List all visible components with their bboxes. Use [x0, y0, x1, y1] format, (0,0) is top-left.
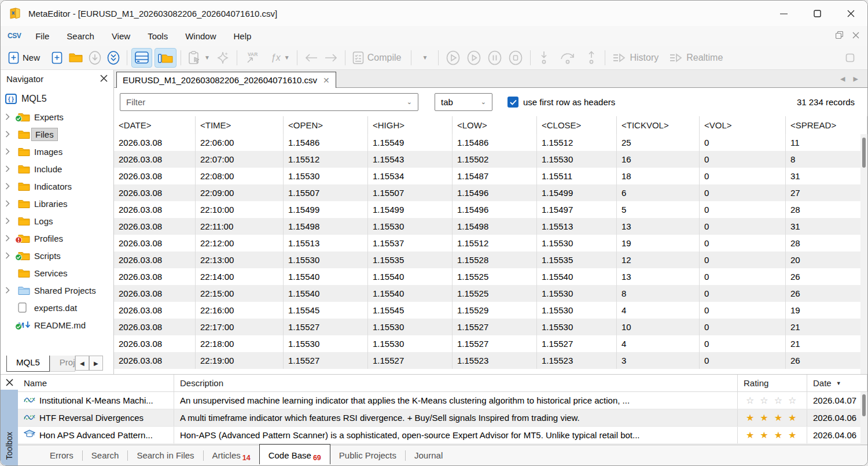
- menu-item-tools[interactable]: Tools: [139, 29, 176, 43]
- codebase-header-date[interactable]: Date▼: [807, 375, 867, 391]
- table-row[interactable]: 2026.03.0822:10:001.154991.154991.154961…: [114, 201, 867, 218]
- save-all-button[interactable]: [104, 48, 123, 68]
- table-row[interactable]: 2026.03.0822:16:001.155451.155451.155291…: [114, 302, 867, 319]
- menu-item-search[interactable]: Search: [58, 29, 103, 43]
- tree-item-libraries[interactable]: Libraries: [1, 195, 113, 212]
- styler-button[interactable]: ▼: [185, 48, 213, 68]
- step-into-button[interactable]: [535, 48, 553, 68]
- minimize-button[interactable]: [767, 1, 800, 26]
- codebase-row[interactable]: Hon APS Advanced Pattern...Hon-APS (Adva…: [18, 427, 867, 444]
- menu-item-help[interactable]: Help: [225, 29, 260, 43]
- chevron-right-icon[interactable]: [5, 287, 14, 294]
- navigate-back-button[interactable]: [301, 48, 321, 68]
- chevron-right-icon[interactable]: [5, 165, 14, 172]
- table-header-cell[interactable]: <HIGH>: [368, 116, 453, 134]
- tree-item-logs[interactable]: Logs: [1, 212, 113, 230]
- toolbox-tab-errors[interactable]: Errors: [41, 446, 82, 464]
- table-header-cell[interactable]: <CLOSE>: [537, 116, 617, 134]
- toolbox-tab-journal[interactable]: Journal: [406, 446, 451, 464]
- tree-item-experts-dat[interactable]: experts.dat: [1, 299, 113, 316]
- close-button[interactable]: [834, 1, 867, 26]
- filter-input[interactable]: Filter ⌄: [120, 93, 418, 111]
- navigator-tab-proje[interactable]: Proje: [50, 356, 75, 372]
- chevron-right-icon[interactable]: [5, 148, 14, 155]
- navigator-tabs-scroll-right[interactable]: ▶: [89, 356, 103, 371]
- chevron-right-icon[interactable]: [5, 183, 14, 190]
- table-row[interactable]: 2026.03.0822:09:001.155071.155071.154961…: [114, 184, 867, 201]
- codebase-header-name[interactable]: Name: [18, 375, 174, 391]
- toolbox-tab-code-base[interactable]: Code Base69: [259, 444, 330, 464]
- step-over-button[interactable]: [557, 48, 579, 68]
- tabs-scroll-right-icon[interactable]: ▶: [854, 75, 858, 83]
- pause-button[interactable]: [484, 48, 505, 68]
- save-button[interactable]: [86, 48, 104, 68]
- table-row[interactable]: 2026.03.0822:11:001.154981.155301.154981…: [114, 218, 867, 235]
- tree-item-services[interactable]: Services: [1, 264, 113, 282]
- tree-item-include[interactable]: Include: [1, 160, 113, 177]
- table-header-cell[interactable]: <TIME>: [196, 116, 284, 134]
- delimiter-select[interactable]: tab ⌄: [435, 93, 492, 111]
- table-row[interactable]: 2026.03.0822:18:001.155301.155301.155271…: [114, 335, 867, 352]
- tree-item-scripts[interactable]: Scripts: [1, 247, 113, 264]
- navigator-toggle-button[interactable]: [131, 48, 152, 68]
- toolbox-close-icon[interactable]: [1, 375, 18, 390]
- menu-item-view[interactable]: View: [103, 29, 139, 43]
- maximize-button[interactable]: [800, 1, 834, 26]
- table-row[interactable]: 2026.03.0822:12:001.155131.155371.155121…: [114, 235, 867, 252]
- table-header-cell[interactable]: <LOW>: [453, 116, 537, 134]
- table-row[interactable]: 2026.03.0822:17:001.155271.155301.155271…: [114, 319, 867, 335]
- first-row-headers-checkbox[interactable]: use first row as headers: [507, 97, 615, 108]
- scrollbar-thumb[interactable]: [862, 394, 866, 416]
- toolbox-tab-public-projects[interactable]: Public Projects: [330, 446, 405, 464]
- new-file-button[interactable]: New: [5, 48, 43, 68]
- tree-item-images[interactable]: Images: [1, 143, 113, 160]
- compile-button[interactable]: Compile: [350, 48, 404, 68]
- scrollbar-thumb[interactable]: [862, 138, 866, 168]
- tree-item-indicators[interactable]: Indicators: [1, 177, 113, 195]
- tree-item-profiles[interactable]: Profiles: [1, 230, 113, 247]
- chevron-right-icon[interactable]: [5, 252, 14, 259]
- navigator-tab-mql5[interactable]: MQL5: [6, 356, 50, 372]
- navigator-close-icon[interactable]: [100, 74, 108, 84]
- restore-document-icon[interactable]: [836, 31, 843, 41]
- chevron-right-icon[interactable]: [5, 200, 14, 207]
- toolbox-tab-search[interactable]: Search: [83, 446, 128, 464]
- tabs-scroll-left-icon[interactable]: ◀: [840, 75, 845, 83]
- chevron-right-icon[interactable]: [5, 113, 14, 120]
- toolbox-tab-search-in-files[interactable]: Search in Files: [128, 446, 203, 464]
- table-row[interactable]: 2026.03.0822:14:001.155401.155401.155251…: [114, 268, 867, 285]
- functions-button[interactable]: ƒx ▼: [268, 48, 293, 68]
- compile-dropdown-button[interactable]: ▼: [415, 48, 434, 68]
- table-row[interactable]: 2026.03.0822:07:001.155121.155431.155021…: [114, 151, 867, 168]
- close-document-icon[interactable]: [852, 31, 859, 41]
- codebase-row[interactable]: HTF Reversal DivergencesA multi timefram…: [18, 409, 867, 427]
- table-row[interactable]: 2026.03.0822:06:001.154861.155491.154861…: [114, 134, 867, 151]
- table-row[interactable]: 2026.03.0822:19:001.155271.155271.155231…: [114, 352, 867, 369]
- chevron-right-icon[interactable]: [5, 235, 14, 242]
- tree-root-mql5[interactable]: { } MQL5: [1, 90, 113, 108]
- step-out-button[interactable]: [582, 48, 601, 68]
- tree-item-files[interactable]: Files: [1, 125, 113, 143]
- tree-item-shared-projects[interactable]: Shared Projects: [1, 282, 113, 299]
- toolbox-toggle-button[interactable]: [155, 48, 176, 68]
- tree-item-readme-md[interactable]: MREADME.md: [1, 316, 113, 334]
- toolbox-tab-articles[interactable]: Articles14: [204, 446, 259, 464]
- chevron-right-icon[interactable]: [5, 131, 14, 138]
- history-button[interactable]: History: [609, 48, 661, 68]
- open-folder-button[interactable]: [66, 48, 86, 68]
- stop-button[interactable]: [505, 48, 526, 68]
- navigator-tabs-scroll-left[interactable]: ◀: [75, 356, 89, 371]
- variables-button[interactable]: VAR: [241, 48, 262, 68]
- document-tab-close-icon[interactable]: ✕: [323, 76, 330, 85]
- tree-item-experts[interactable]: Experts: [1, 108, 113, 125]
- table-header-cell[interactable]: <TICKVOL>: [617, 116, 700, 134]
- start-debug-button[interactable]: [443, 48, 464, 68]
- codebase-header-description[interactable]: Description: [174, 375, 738, 391]
- codebase-header-rating[interactable]: Rating: [738, 375, 807, 391]
- document-tab[interactable]: EURUSD_M1_202603082206_202604071610.csv …: [116, 72, 336, 88]
- table-vertical-scrollbar[interactable]: [860, 134, 867, 374]
- table-header-cell[interactable]: <OPEN>: [284, 116, 368, 134]
- chevron-right-icon[interactable]: [5, 217, 14, 224]
- table-header-cell[interactable]: <SPREAD>: [786, 116, 867, 134]
- realtime-button[interactable]: Realtime: [666, 48, 726, 68]
